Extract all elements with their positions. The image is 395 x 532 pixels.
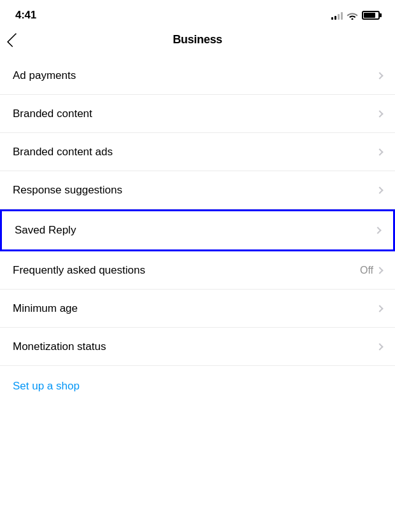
back-chevron-icon xyxy=(7,32,22,47)
menu-item-label: Saved Reply xyxy=(15,224,76,237)
menu-item-label: Response suggestions xyxy=(13,184,122,197)
chevron-right-icon xyxy=(376,186,383,193)
menu-item-label: Ad payments xyxy=(13,69,76,82)
menu-item-value: Off xyxy=(360,265,373,276)
menu-item-ad-payments[interactable]: Ad payments xyxy=(0,57,395,95)
menu-item-label: Frequently asked questions xyxy=(13,264,145,277)
back-button[interactable] xyxy=(10,34,18,46)
menu-item-label: Branded content ads xyxy=(13,146,113,158)
menu-item-response-suggestions[interactable]: Response suggestions xyxy=(0,171,395,209)
battery-icon xyxy=(362,11,380,20)
chevron-right-icon xyxy=(376,267,383,274)
menu-item-label: Branded content xyxy=(13,108,92,120)
chevron-right-icon xyxy=(374,227,381,234)
menu-item-branded-content-ads[interactable]: Branded content ads xyxy=(0,133,395,171)
chevron-right-icon xyxy=(376,72,383,79)
menu-item-label: Minimum age xyxy=(13,302,78,315)
chevron-right-icon xyxy=(376,110,383,117)
status-icons xyxy=(331,11,380,20)
chevron-right-icon xyxy=(376,343,383,350)
menu-list: Ad payments Branded content Branded cont… xyxy=(0,57,395,366)
status-bar: 4:41 xyxy=(0,0,395,28)
chevron-right-icon xyxy=(376,148,383,155)
highlighted-wrapper: Saved Reply xyxy=(0,209,395,251)
menu-item-monetization-status[interactable]: Monetization status xyxy=(0,328,395,366)
shop-link-text: Set up a shop xyxy=(13,380,80,392)
menu-item-minimum-age[interactable]: Minimum age xyxy=(0,290,395,328)
page-title: Business xyxy=(173,33,222,46)
shop-link[interactable]: Set up a shop xyxy=(0,366,395,407)
signal-icon xyxy=(331,11,343,20)
menu-item-label: Monetization status xyxy=(13,340,106,353)
header: Business xyxy=(0,28,395,54)
chevron-right-icon xyxy=(376,305,383,312)
wifi-icon xyxy=(347,11,358,20)
menu-item-frequently-asked-questions[interactable]: Frequently asked questions Off xyxy=(0,251,395,290)
status-time: 4:41 xyxy=(15,9,36,22)
menu-item-saved-reply[interactable]: Saved Reply xyxy=(2,211,393,249)
menu-item-branded-content[interactable]: Branded content xyxy=(0,95,395,133)
